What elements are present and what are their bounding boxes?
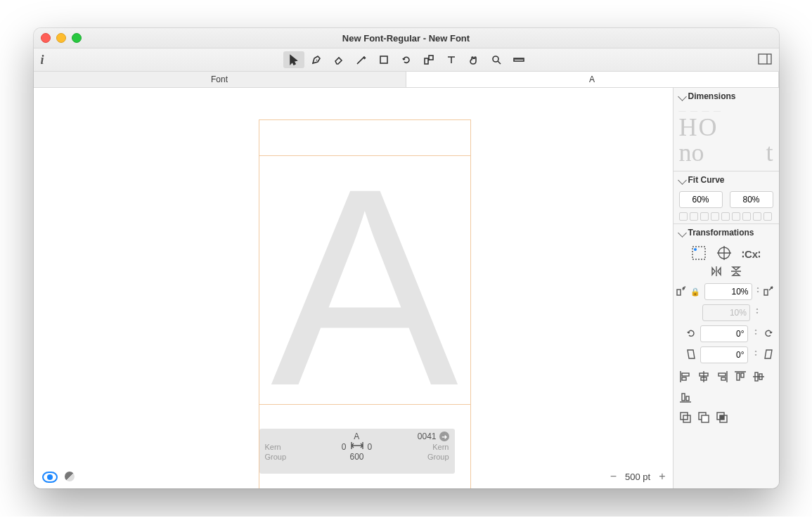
scale-y-input <box>702 304 750 321</box>
align-bottom-icon[interactable] <box>679 391 692 406</box>
primitive-tool[interactable] <box>373 51 394 68</box>
shade-toggle-icon[interactable] <box>65 472 75 481</box>
transform-metrics-icon[interactable]: ∶Cx∶ <box>742 245 761 263</box>
inspector-sidebar: Dimensions — — — — HO not Fit Curve <box>674 88 779 488</box>
svg-rect-26 <box>702 415 709 422</box>
view-options <box>42 472 75 483</box>
fitcurve-panel-header[interactable]: Fit Curve <box>674 171 779 188</box>
minimize-window-button[interactable] <box>56 33 66 43</box>
align-top-icon[interactable] <box>734 370 747 385</box>
slant-left-icon[interactable] <box>686 349 696 361</box>
dim-no: no <box>679 140 704 165</box>
maximize-window-button[interactable] <box>72 33 82 43</box>
fitcurve-label: Fit Curve <box>688 175 725 185</box>
glyph-info-box: A 0041 ➜ Kern 0 0 Kern <box>259 429 455 474</box>
main-area: A A 0041 ➜ Kern <box>34 88 779 488</box>
align-right-icon[interactable] <box>716 370 728 385</box>
tab-font[interactable]: Font <box>34 72 406 87</box>
slant-value-input[interactable] <box>700 346 748 363</box>
svg-rect-29 <box>720 415 724 420</box>
zoom-value[interactable]: 500 pt <box>625 472 650 482</box>
kern-right-label: Kern <box>418 443 449 451</box>
svg-rect-17 <box>737 373 740 380</box>
erase-tool[interactable] <box>328 51 349 68</box>
flip-vertical-icon[interactable] <box>730 266 742 279</box>
zoom-in-button[interactable]: + <box>659 470 665 483</box>
align-buttons <box>679 370 773 406</box>
transformations-label: Transformations <box>688 228 754 238</box>
dimensions-panel-header[interactable]: Dimensions <box>674 88 779 105</box>
svg-point-3 <box>493 56 498 62</box>
rotate-stepper[interactable]: ˄˅ <box>752 330 759 337</box>
rotate-value-input[interactable] <box>700 325 748 342</box>
chevron-down-icon <box>678 228 687 238</box>
rsb-value[interactable]: 0 <box>368 442 373 452</box>
close-window-button[interactable] <box>41 33 51 43</box>
titlebar: New Font-Regular - New Font <box>34 28 779 48</box>
transform-center-icon[interactable] <box>716 245 732 263</box>
scale-tool[interactable] <box>418 51 439 68</box>
hand-tool[interactable] <box>463 51 484 68</box>
select-tool[interactable] <box>283 51 304 68</box>
glyph-body: A <box>259 155 470 405</box>
svg-rect-0 <box>380 56 387 63</box>
svg-rect-24 <box>683 415 690 422</box>
boolean-union-icon[interactable] <box>679 411 692 426</box>
group-right-label: Group <box>418 453 449 461</box>
svg-rect-12 <box>682 377 686 380</box>
lsb-value[interactable]: 0 <box>342 442 347 452</box>
flip-horizontal-icon[interactable] <box>711 266 722 279</box>
zoom-out-button[interactable]: − <box>610 470 617 483</box>
toolbar: i <box>34 48 779 72</box>
app-window: New Font-Regular - New Font i Font A <box>34 28 779 488</box>
slant-stepper[interactable]: ˄˅ <box>752 351 759 358</box>
align-vcenter-icon[interactable] <box>752 370 765 385</box>
fitcurve-steps[interactable] <box>679 212 773 221</box>
svg-rect-10 <box>764 290 768 295</box>
chevron-down-icon <box>678 176 687 185</box>
transformations-panel: ∶Cx∶ 🔒 ˄˅ ˄˅ <box>674 241 779 434</box>
align-left-icon[interactable] <box>679 370 692 385</box>
fitcurve-high-input[interactable] <box>730 191 773 208</box>
unicode-next-button[interactable]: ➜ <box>439 432 449 441</box>
boolean-intersect-icon[interactable] <box>716 411 728 426</box>
svg-rect-16 <box>721 377 726 380</box>
sidebearing-icon <box>351 441 363 452</box>
svg-rect-9 <box>677 290 681 295</box>
scale-up-icon[interactable] <box>763 286 773 298</box>
transform-origin-grid-icon[interactable] <box>691 245 707 263</box>
knife-tool[interactable] <box>351 51 372 68</box>
lock-icon[interactable]: 🔒 <box>690 287 700 297</box>
measure-tool[interactable] <box>508 51 529 68</box>
boolean-subtract-icon[interactable] <box>697 411 710 426</box>
align-hcenter-icon[interactable] <box>697 370 710 385</box>
scale-down-icon[interactable] <box>676 286 686 298</box>
zoom-tool[interactable] <box>486 51 507 68</box>
chevron-down-icon <box>678 92 687 101</box>
edit-canvas[interactable]: A A 0041 ➜ Kern <box>34 88 673 488</box>
glyph-name[interactable]: A <box>296 432 418 441</box>
tool-palette <box>283 51 530 68</box>
fitcurve-low-input[interactable] <box>679 191 723 208</box>
fitcurve-panel <box>674 188 779 223</box>
slant-right-icon[interactable] <box>763 349 773 361</box>
scale-value-input[interactable] <box>704 283 752 300</box>
font-info-button[interactable]: i <box>41 53 44 67</box>
rotate-ccw-icon[interactable] <box>686 328 696 340</box>
text-tool[interactable] <box>441 51 462 68</box>
sidebar-toggle-button[interactable] <box>758 53 772 67</box>
glyph-outline: A <box>271 175 458 400</box>
tab-glyph[interactable]: A <box>406 72 779 87</box>
rotate-tool[interactable] <box>396 51 417 68</box>
svg-rect-1 <box>425 58 428 64</box>
transformations-panel-header[interactable]: Transformations <box>674 224 779 241</box>
dim-HO: HO <box>679 115 773 140</box>
rotate-cw-icon[interactable] <box>763 328 773 340</box>
pen-tool[interactable] <box>306 51 327 68</box>
glyph-unicode[interactable]: 0041 <box>418 432 437 441</box>
dimensions-illustration[interactable]: — — — — HO not <box>674 105 779 171</box>
glyph-width[interactable]: 600 <box>296 452 418 462</box>
preview-toggle-icon[interactable] <box>42 472 58 483</box>
window-title: New Font-Regular - New Font <box>342 33 470 44</box>
scale-stepper[interactable]: ˄˅ <box>756 288 759 295</box>
